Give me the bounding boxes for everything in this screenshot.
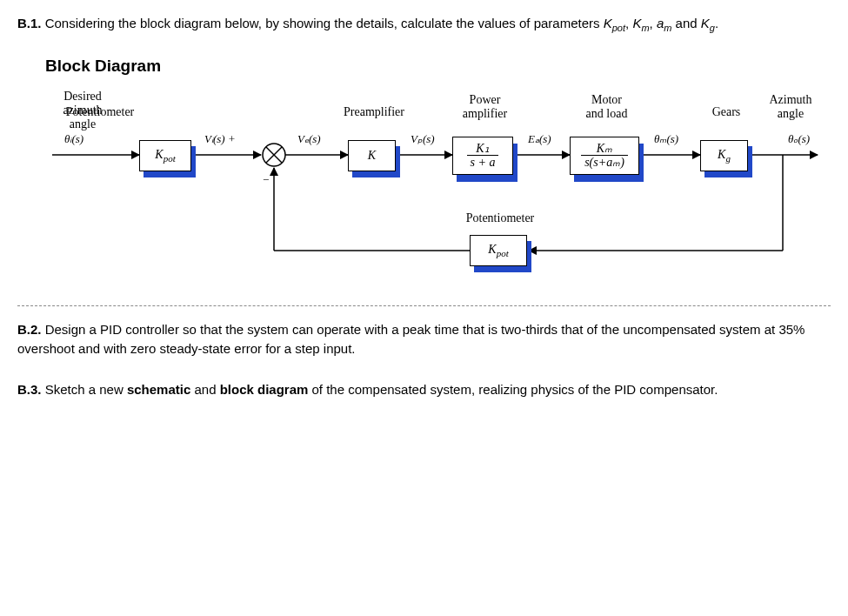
block-diagram: Desired azimuth angle Potentiometer Prea… bbox=[52, 90, 835, 281]
label-azimuth-angle: Azimuth angle bbox=[760, 93, 821, 121]
signal-theta-i: θᵢ(s) bbox=[64, 132, 83, 146]
section-divider bbox=[17, 305, 831, 306]
signal-ea: Eₐ(s) bbox=[528, 132, 551, 146]
signal-ve: Vₑ(s) bbox=[297, 132, 321, 146]
block-diagram-heading: Block Diagram bbox=[45, 57, 831, 76]
problem-b3: B.3. Sketch a new schematic and block di… bbox=[17, 380, 831, 400]
signal-theta-o: θₒ(s) bbox=[788, 132, 810, 146]
problem-b1: B.1. Considering the block diagram below… bbox=[17, 14, 831, 36]
b1-text: Considering the block diagram below, by … bbox=[42, 16, 604, 30]
block-kg-gears: Kg bbox=[700, 140, 748, 171]
b1-label: B.1. bbox=[17, 16, 42, 30]
b3-label: B.3. bbox=[17, 382, 42, 397]
block-kpot-feedback: Kpot bbox=[470, 235, 527, 266]
label-feedback-pot: Potentiometer bbox=[452, 211, 548, 225]
b2-label: B.2. bbox=[17, 322, 42, 337]
block-motor-load: Kₘs(s+aₘ) bbox=[570, 137, 639, 175]
label-power-amp: Power amplifier bbox=[448, 93, 522, 121]
block-power-amp: K₁s + a bbox=[452, 137, 513, 175]
block-kpot-input: Kpot bbox=[139, 140, 191, 171]
b2-text: Design a PID controller so that the syst… bbox=[17, 322, 805, 357]
label-preamp: Preamplifier bbox=[331, 105, 417, 119]
signal-theta-m: θₘ(s) bbox=[654, 132, 678, 146]
block-k-preamp: K bbox=[348, 140, 396, 171]
label-gears: Gears bbox=[700, 105, 752, 119]
signal-minus: − bbox=[263, 173, 269, 187]
signal-vi-plus: Vᵢ(s) + bbox=[204, 132, 236, 146]
signal-vp: Vₚ(s) bbox=[411, 132, 435, 146]
label-motor-load: Motor and load bbox=[570, 93, 644, 121]
label-potentiometer: Potentiometer bbox=[52, 105, 148, 119]
problem-b2: B.2. Design a PID controller so that the… bbox=[17, 320, 831, 359]
